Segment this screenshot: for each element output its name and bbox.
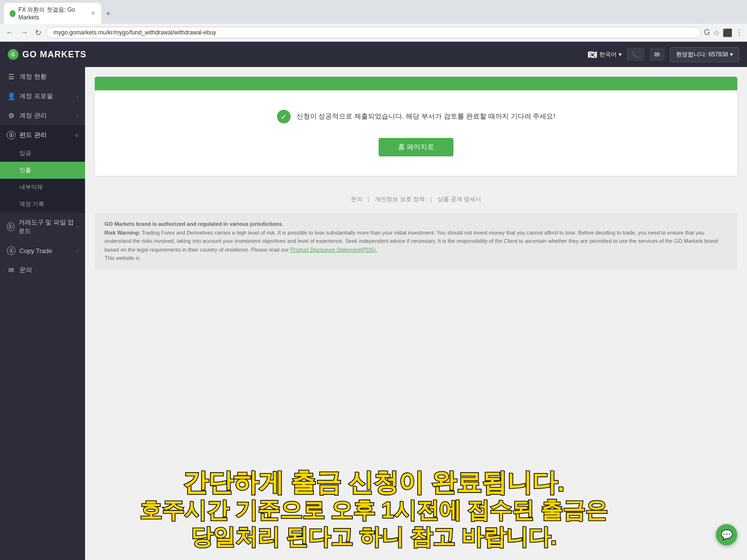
extensions-icon[interactable]: ⬛ [723, 28, 732, 37]
welcome-text: 환영합니다: 657838 [676, 51, 728, 59]
trading-tools-chevron: › [77, 224, 78, 230]
flag-icon: 🇰🇷 [588, 50, 597, 59]
footer-risk-warning-text: Trading Forex and Derivatives carries a … [104, 230, 718, 253]
lang-label: 한국어 [599, 51, 617, 59]
fund-manage-icon: ① [7, 131, 16, 139]
footer-brand-name: GO Markets brand is authorized and regul… [104, 221, 283, 227]
google-icon: G [704, 28, 710, 37]
back-button[interactable]: ← [4, 27, 16, 38]
footer-separator-2: | [430, 196, 432, 203]
welcome-chevron: ▾ [730, 51, 733, 58]
sidebar-item-copy-trade[interactable]: ① Copy Trade › [0, 241, 85, 260]
account-manage-chevron: › [77, 113, 78, 119]
sidebar-label-account-profile: 계정 프로필 [19, 92, 53, 101]
bookmark-icon[interactable]: ☆ [713, 28, 720, 37]
copy-trade-chevron: › [77, 248, 78, 254]
mail-button[interactable]: ✉ [649, 48, 665, 61]
sidebar-sub-history[interactable]: 계정 기록 [0, 196, 85, 213]
inquiry-icon: ✉ [7, 266, 16, 274]
welcome-button[interactable]: 환영합니다: 657838 ▾ [670, 47, 739, 62]
phone-button[interactable]: 📞 [626, 48, 644, 61]
home-button[interactable]: 홈 페이지로 [379, 138, 453, 156]
success-message: ✓ 신청이 성공적으로 제출되었습니다. 해당 부서가 검토를 완료할 때까지 … [277, 110, 556, 123]
account-manage-icon: ⚙ [7, 112, 16, 119]
sidebar-label-inquiry: 문의 [19, 266, 32, 274]
trading-tools-icon: ① [7, 222, 15, 231]
language-button[interactable]: 🇰🇷 한국어 ▾ [588, 50, 622, 59]
success-text: 신청이 성공적으로 제출되었습니다. 해당 부서가 검토를 완료할 때까지 기다… [296, 112, 556, 121]
fund-manage-chevron: ∨ [75, 133, 78, 138]
logo-icon: G [8, 49, 18, 60]
sidebar-label-fund-manage: 펀드 관리 [19, 131, 47, 139]
sidebar-label-account-manage: 계정 관리 [19, 111, 47, 120]
tab-title: FX 외환의 첫걸음: Go Markets [18, 6, 85, 21]
footer-link-pds[interactable]: 상품 공개 명세서 [437, 196, 482, 203]
address-bar[interactable] [46, 27, 701, 38]
footer-website-text: This website is [104, 255, 139, 261]
sidebar-item-trading-tools[interactable]: ① 거래도구 및 파일 업로드 › [0, 213, 85, 241]
tab-close-button[interactable]: ✕ [91, 10, 95, 17]
sidebar-item-account-manage[interactable]: ⚙ 계정 관리 › [0, 106, 85, 125]
sidebar-sub-menu: 입금 인출 내부이체 계정 기록 [0, 145, 85, 213]
top-nav-right: 🇰🇷 한국어 ▾ 📞 ✉ 환영합니다: 657838 ▾ [588, 47, 739, 62]
tab-favicon [10, 10, 16, 17]
chat-button[interactable]: 💬 [716, 524, 737, 545]
content-area: ✓ 신청이 성공적으로 제출되었습니다. 해당 부서가 검토를 완료할 때까지 … [85, 67, 747, 560]
top-nav: G GO MARKETS 🇰🇷 한국어 ▾ 📞 ✉ 환영합니다: 657838 … [0, 42, 747, 67]
main-layout: ☰ 계정 현황 👤 계정 프로필 › ⚙ 계정 관리 › [0, 67, 747, 560]
footer-pds-link[interactable]: Product Disclosure Statement(PDS). [290, 247, 377, 253]
sidebar-sub-withdraw[interactable]: 인출 [0, 162, 85, 179]
menu-icon[interactable]: ⋮ [735, 28, 743, 37]
sidebar-sub-deposit[interactable]: 입금 [0, 145, 85, 162]
sidebar-item-inquiry[interactable]: ✉ 문의 [0, 260, 85, 280]
footer-link-privacy[interactable]: 개인정보 보호 정책 [375, 196, 425, 203]
sidebar-item-account-profile[interactable]: 👤 계정 프로필 › [0, 86, 85, 106]
sidebar-label-account-status: 계정 현황 [19, 72, 47, 81]
footer-separator-1: | [368, 196, 369, 203]
browser-tab[interactable]: FX 외환의 첫걸음: Go Markets ✕ [4, 3, 101, 24]
logo-text: GO MARKETS [22, 50, 87, 60]
sidebar-item-fund-manage[interactable]: ① 펀드 관리 ∨ [0, 125, 85, 145]
footer-risk-warning-label: Risk Warning: [104, 230, 140, 236]
sidebar-sub-transfer[interactable]: 내부이체 [0, 179, 85, 196]
copy-trade-icon: ① [7, 246, 16, 255]
forward-button[interactable]: → [18, 27, 30, 38]
success-body: ✓ 신청이 성공적으로 제출되었습니다. 해당 부서가 검토를 완료할 때까지 … [95, 90, 737, 176]
sidebar-label-trading-tools: 거래도구 및 파일 업로드 [18, 218, 77, 236]
chat-icon: 💬 [721, 529, 733, 541]
footer-legal: GO Markets brand is authorized and regul… [95, 213, 737, 270]
account-status-icon: ☰ [7, 73, 16, 81]
success-banner [95, 77, 737, 90]
logo-area: G GO MARKETS [8, 49, 87, 60]
sidebar-label-copy-trade: Copy Trade [19, 247, 52, 255]
footer-link-inquiry[interactable]: 문의 [351, 196, 363, 203]
footer-links: 문의 | 개인정보 보호 정책 | 상품 공개 명세서 [95, 186, 737, 213]
success-card: ✓ 신청이 성공적으로 제출되었습니다. 해당 부서가 검토를 완료할 때까지 … [95, 77, 737, 176]
sidebar-item-account-status[interactable]: ☰ 계정 현황 [0, 67, 85, 86]
account-profile-chevron: › [77, 94, 78, 99]
success-check-icon: ✓ [277, 110, 291, 123]
account-profile-icon: 👤 [7, 92, 16, 100]
browser-toolbar: ← → ↻ G ☆ ⬛ ⋮ [0, 24, 747, 42]
sidebar: ☰ 계정 현황 👤 계정 프로필 › ⚙ 계정 관리 › [0, 67, 85, 560]
lang-chevron: ▾ [619, 51, 622, 58]
reload-button[interactable]: ↻ [33, 27, 43, 38]
new-tab-button[interactable]: + [101, 7, 115, 20]
